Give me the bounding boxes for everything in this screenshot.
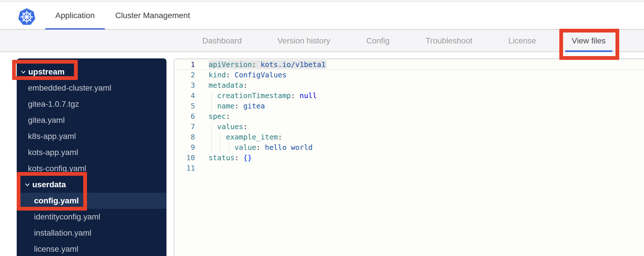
line-number: 8 <box>174 132 195 142</box>
tab-troubleshoot[interactable]: Troubleshoot <box>419 30 479 52</box>
code-line-11[interactable]: 11 <box>174 163 644 173</box>
tree-item-label: k8s-app.yaml <box>28 132 76 141</box>
code-text: status: {} <box>195 153 644 163</box>
tree-item-label: gitea-1.0.7.tgz <box>28 100 79 109</box>
indent-guide <box>211 132 212 142</box>
kubernetes-logo-icon <box>18 8 35 26</box>
header: ApplicationCluster Management <box>0 1 644 30</box>
code-text: spec: <box>195 111 644 122</box>
line-number: 10 <box>174 153 195 163</box>
tab-view-files[interactable]: View files <box>565 30 612 52</box>
tree-file-installation.yaml[interactable]: installation.yaml <box>17 225 166 241</box>
indent-guide <box>211 122 212 132</box>
tree-folder-userdata[interactable]: userdata <box>17 177 166 193</box>
selection-highlight: apiVersion: kots.io/v1beta1 <box>209 60 327 69</box>
code-line-10[interactable]: 10status: {} <box>174 153 644 163</box>
tree-item-label: userdata <box>32 180 66 189</box>
line-number: 7 <box>174 122 195 132</box>
code-text: kind: ConfigValues <box>195 70 644 80</box>
code-text: values: <box>195 122 644 132</box>
tree-item-label: license.yaml <box>34 244 78 254</box>
line-number: 3 <box>174 80 195 91</box>
tree-file-embedded-cluster.yaml[interactable]: embedded-cluster.yaml <box>17 80 166 96</box>
file-content-editor[interactable]: 1apiVersion: kots.io/v1beta12kind: Confi… <box>174 58 644 256</box>
tree-item-label: installation.yaml <box>34 228 91 238</box>
tree-item-label: embedded-cluster.yaml <box>28 83 111 93</box>
tree-item-label: identityconfig.yaml <box>34 212 100 221</box>
tab-license[interactable]: License <box>502 30 543 52</box>
chevron-down-icon[interactable] <box>24 182 31 188</box>
tab-version-history[interactable]: Version history <box>271 30 337 52</box>
line-number: 9 <box>174 142 195 153</box>
code-text <box>195 163 644 173</box>
code-line-2[interactable]: 2kind: ConfigValues <box>174 70 644 80</box>
line-number: 4 <box>174 91 195 101</box>
tree-item-label: upstream <box>28 67 65 77</box>
code-text: name: gitea <box>195 101 644 111</box>
tree-file-gitea.yaml[interactable]: gitea.yaml <box>17 112 166 128</box>
code-text: value: hello world <box>195 142 644 153</box>
tree-item-label: config.yaml <box>34 196 79 205</box>
tab-application[interactable]: Application <box>45 1 105 30</box>
chevron-down-icon[interactable] <box>20 69 26 75</box>
indent-guide <box>220 132 220 142</box>
code-text: creationTimestamp: null <box>195 91 644 101</box>
tree-file-k8s-app.yaml[interactable]: k8s-app.yaml <box>17 128 166 144</box>
tree-file-kots-app.yaml[interactable]: kots-app.yaml <box>17 144 166 161</box>
tree-item-label: gitea.yaml <box>28 116 65 125</box>
code-line-4[interactable]: 4 creationTimestamp: null <box>174 91 644 101</box>
code-text: example_item: <box>195 132 644 142</box>
tree-file-identityconfig.yaml[interactable]: identityconfig.yaml <box>17 209 166 225</box>
file-tree-sidebar: upstreamembedded-cluster.yamlgitea-1.0.7… <box>17 58 166 256</box>
line-number: 1 <box>174 60 195 70</box>
code-line-9[interactable]: 9 value: hello world <box>174 142 644 153</box>
indent-guide <box>229 142 229 153</box>
indent-guide <box>220 142 220 153</box>
line-number: 2 <box>174 70 195 80</box>
tab-config[interactable]: Config <box>360 30 396 52</box>
code-line-5[interactable]: 5 name: gitea <box>174 101 644 111</box>
tree-file-license.yaml[interactable]: license.yaml <box>17 241 166 256</box>
tab-cluster-management[interactable]: Cluster Management <box>109 1 196 30</box>
tree-folder-upstream[interactable]: upstream <box>17 64 166 80</box>
line-number: 11 <box>174 163 195 173</box>
code-line-8[interactable]: 8 example_item: <box>174 132 644 142</box>
code-text: metadata: <box>195 80 644 91</box>
code-line-1[interactable]: 1apiVersion: kots.io/v1beta1 <box>174 60 644 70</box>
code-line-6[interactable]: 6spec: <box>174 111 644 122</box>
code-line-7[interactable]: 7 values: <box>174 122 644 132</box>
code-line-3[interactable]: 3metadata: <box>174 80 644 91</box>
line-number: 6 <box>174 111 195 122</box>
indent-guide <box>211 142 212 153</box>
tab-dashboard[interactable]: Dashboard <box>196 30 249 52</box>
indent-guide <box>211 101 212 111</box>
app-subnav: DashboardVersion historyConfigTroublesho… <box>0 30 644 52</box>
tree-item-label: kots-config.yaml <box>28 164 86 173</box>
tree-item-label: kots-app.yaml <box>28 148 78 157</box>
tree-file-gitea-1.0.7.tgz[interactable]: gitea-1.0.7.tgz <box>17 96 166 112</box>
indent-guide <box>211 91 212 101</box>
line-number: 5 <box>174 101 195 111</box>
tree-file-config.yaml[interactable]: config.yaml <box>17 193 166 209</box>
code-text: apiVersion: kots.io/v1beta1 <box>195 60 644 70</box>
tree-file-kots-config.yaml[interactable]: kots-config.yaml <box>17 161 166 177</box>
